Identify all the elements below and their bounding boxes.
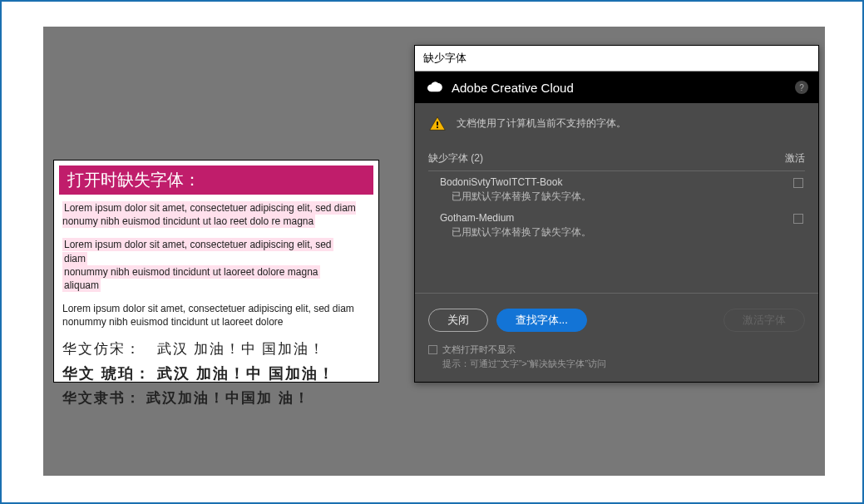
activate-checkbox[interactable] bbox=[793, 214, 803, 224]
font-list-header: 缺少字体 (2) 激活 bbox=[428, 151, 805, 166]
paragraph-3: Lorem ipsum dolor sit amet, consectetuer… bbox=[62, 302, 370, 329]
font-item: Gotham-Medium 已用默认字体替换了缺失字体。 bbox=[428, 212, 805, 240]
activate-fonts-button: 激活字体 bbox=[723, 309, 805, 332]
document-preview: 打开时缺失字体： Lorem ipsum dolor sit amet, con… bbox=[53, 160, 379, 383]
paragraph-2: Lorem ipsum dolor sit amet, consectetuer… bbox=[62, 238, 370, 292]
svg-rect-0 bbox=[437, 121, 438, 126]
brand-label: Adobe Creative Cloud bbox=[452, 81, 574, 95]
activate-checkbox[interactable] bbox=[793, 178, 803, 188]
canvas-background: 打开时缺失字体： Lorem ipsum dolor sit amet, con… bbox=[43, 27, 825, 476]
font-status-message: 已用默认字体替换了缺失字体。 bbox=[428, 190, 793, 204]
font-name: BodoniSvtyTwoITCTT-Book bbox=[428, 176, 793, 188]
document-heading: 打开时缺失字体： bbox=[59, 166, 373, 195]
dialog-brand-bar: Adobe Creative Cloud ? bbox=[415, 72, 818, 103]
activate-column-header: 激活 bbox=[785, 151, 805, 166]
missing-fonts-count: 缺少字体 (2) bbox=[428, 151, 483, 166]
missing-fonts-dialog: 缺少字体 Adobe Creative Cloud ? 文档使用了计算机当前不支… bbox=[414, 45, 819, 383]
dialog-title: 缺少字体 bbox=[415, 46, 818, 72]
font-name: Gotham-Medium bbox=[428, 212, 793, 224]
font-item: BodoniSvtyTwoITCTT-Book 已用默认字体替换了缺失字体。 bbox=[428, 176, 805, 204]
chinese-line-1: 华文仿宋： 武汉 加油！中 国加油！ bbox=[62, 339, 370, 358]
creative-cloud-icon bbox=[425, 78, 443, 96]
help-icon[interactable]: ? bbox=[795, 81, 808, 94]
font-status-message: 已用默认字体替换了缺失字体。 bbox=[428, 225, 793, 240]
hint-text: 提示：可通过“文字”>“解决缺失字体”访问 bbox=[442, 358, 606, 370]
font-list: BodoniSvtyTwoITCTT-Book 已用默认字体替换了缺失字体。 G… bbox=[428, 170, 805, 240]
paragraph-1: Lorem ipsum dolor sit amet, consectetuer… bbox=[62, 201, 370, 228]
warning-message: 文档使用了计算机当前不支持的字体。 bbox=[457, 115, 626, 131]
chinese-line-3: 华文隶书： 武汉加油！中国加 油！ bbox=[62, 388, 370, 408]
svg-rect-1 bbox=[437, 126, 438, 128]
dont-show-label: 文档打开时不显示 bbox=[442, 344, 516, 354]
chinese-line-2: 华文 琥珀： 武汉 加油！中 国加油！ bbox=[62, 363, 370, 383]
close-button[interactable]: 关闭 bbox=[428, 309, 488, 332]
warning-icon bbox=[428, 115, 447, 133]
find-fonts-button[interactable]: 查找字体... bbox=[496, 309, 587, 332]
dont-show-checkbox[interactable] bbox=[428, 345, 437, 354]
